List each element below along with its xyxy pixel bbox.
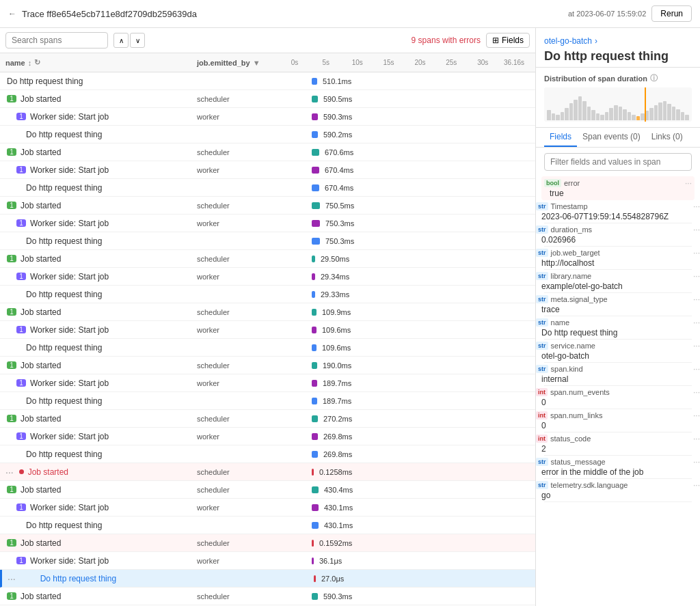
row-emitted-cell: scheduler <box>197 592 279 601</box>
dist-bar <box>609 108 613 120</box>
span-count-badge: 1 <box>16 557 26 564</box>
table-row[interactable]: Do http request thing269.8ms <box>0 445 535 463</box>
field-menu-button[interactable]: ··· <box>693 341 700 350</box>
duration-label: 670.4ms <box>325 166 353 174</box>
search-input[interactable] <box>5 32 108 49</box>
table-row[interactable]: 1Job startedscheduler750.5ms <box>0 197 535 215</box>
table-row[interactable]: 1Worker side: Start jobworker430.1ms <box>0 499 535 517</box>
field-menu-button[interactable]: ··· <box>693 294 700 304</box>
span-bar <box>312 238 320 245</box>
trace-left-panel: ∧ ∨ 9 spans with errors ⊞ Fields name ↕ … <box>0 28 536 606</box>
field-menu-button[interactable]: ··· <box>693 318 700 327</box>
trace-header: ← Trace ff8e654e5cb711e8df2709db259639da… <box>0 0 700 28</box>
table-row[interactable]: ···Job startedscheduler0.1258ms <box>0 463 535 481</box>
dist-bar <box>676 109 680 120</box>
sort-emitted-icon: ▼ <box>253 59 260 67</box>
row-timeline-cell: 29.33ms <box>279 288 530 301</box>
span-bar <box>312 398 317 404</box>
field-group: strTimestamp···2023-06-07T19:59:14.55482… <box>536 202 700 221</box>
table-row[interactable]: 1Job startedscheduler270.2ms <box>0 410 535 428</box>
field-menu-button[interactable]: ··· <box>693 434 700 443</box>
span-bar <box>312 344 317 351</box>
table-row[interactable]: 1Job startedscheduler430.4ms <box>0 481 535 499</box>
table-row[interactable]: Do http request thing590.2ms <box>0 126 535 143</box>
span-count-badge: 1 <box>16 504 26 511</box>
table-row[interactable]: Do http request thing670.4ms <box>0 179 535 197</box>
filter-fields-input[interactable] <box>544 153 692 171</box>
row-timeline-cell: 109.6ms <box>279 341 530 355</box>
row-options-dots[interactable]: ··· <box>5 467 14 478</box>
breadcrumb-link[interactable]: otel-go-batch <box>544 36 592 46</box>
table-row[interactable]: 1Job startedscheduler109.9ms <box>0 303 535 321</box>
table-row[interactable]: Do http request thing109.6ms <box>0 339 535 357</box>
field-menu-button[interactable]: ··· <box>693 457 700 467</box>
row-name-cell: 1Job started <box>5 201 197 210</box>
table-row[interactable]: 1Job startedscheduler590.5ms <box>0 90 535 108</box>
table-row[interactable]: 1Worker side: Start jobworker189.7ms <box>0 374 535 392</box>
field-menu-button[interactable]: ··· <box>693 387 700 397</box>
field-key-row: strservice.name··· <box>536 341 700 350</box>
field-value: go <box>536 491 700 500</box>
span-name-label: Do http request thing <box>40 574 116 583</box>
table-row[interactable]: Do http request thing189.7ms <box>0 392 535 410</box>
field-menu-button[interactable]: ··· <box>685 178 692 188</box>
back-icon: ← <box>8 9 16 18</box>
table-row[interactable]: 1Job startedscheduler0.1592ms <box>0 534 535 552</box>
table-row[interactable]: 1Worker side: Start jobworker36.1μs <box>0 552 535 570</box>
field-divider <box>544 292 692 293</box>
span-name-label: Job started <box>21 592 61 601</box>
dist-bar <box>632 115 636 120</box>
nav-down-button[interactable]: ∨ <box>130 33 145 48</box>
table-row[interactable]: 1Job startedscheduler670.6ms <box>0 143 535 161</box>
fields-button[interactable]: ⊞ Fields <box>486 33 530 48</box>
tab-fields[interactable]: Fields <box>544 128 577 147</box>
tab-span-events-(0)[interactable]: Span events (0) <box>577 128 646 147</box>
nav-up-button[interactable]: ∧ <box>113 33 129 48</box>
table-row[interactable]: Do http request thing750.3ms <box>0 232 535 250</box>
field-menu-button[interactable]: ··· <box>693 480 700 490</box>
duration-label: 270.2ms <box>323 415 352 423</box>
row-timeline-cell: 29.34ms <box>279 270 530 284</box>
errors-link[interactable]: 9 spans with errors <box>412 36 481 45</box>
field-group: intspan.num_events···0 <box>536 387 700 407</box>
field-menu-button[interactable]: ··· <box>693 364 700 374</box>
field-value: internal <box>536 374 700 384</box>
row-timeline-cell: 109.9ms <box>279 305 530 319</box>
span-bar <box>314 575 316 582</box>
tab-links-(0)[interactable]: Links (0) <box>646 128 688 147</box>
table-row[interactable]: 1Job startedscheduler190.0ms <box>0 357 535 374</box>
row-name-cell: Do http request thing <box>5 130 197 139</box>
row-name-cell: Do http request thing <box>5 77 197 86</box>
table-row[interactable]: 1Worker side: Start jobworker590.3ms <box>0 108 535 126</box>
table-row[interactable]: 1Worker side: Start jobworker109.6ms <box>0 321 535 339</box>
table-row[interactable]: 1Worker side: Start jobworker750.3ms <box>0 215 535 232</box>
table-row[interactable]: 1Job startedscheduler29.50ms <box>0 250 535 268</box>
trace-id: Trace ff8e654e5cb711e8df2709db259639da <box>22 9 563 19</box>
field-value: http://localhost <box>536 258 700 268</box>
right-panel: otel-go-batch › Do http request thing Di… <box>536 28 700 606</box>
field-menu-button[interactable]: ··· <box>693 248 700 258</box>
back-button[interactable]: ← <box>8 9 16 18</box>
duration-label: 189.7ms <box>323 379 351 387</box>
row-timeline-cell: 430.1ms <box>279 519 530 532</box>
span-name-label: Job started <box>21 307 61 317</box>
table-row[interactable]: Do http request thing430.1ms <box>0 517 535 534</box>
row-options-dots[interactable]: ··· <box>8 573 16 584</box>
field-value: 2023-06-07T19:59:14.554828796Z <box>536 212 700 221</box>
rerun-button[interactable]: Rerun <box>651 5 692 22</box>
table-row[interactable]: ···Do http request thing27.0μs <box>0 570 535 588</box>
field-menu-button[interactable]: ··· <box>693 271 700 281</box>
span-count-badge: 1 <box>7 486 16 493</box>
table-row[interactable]: Do http request thing29.33ms <box>0 286 535 303</box>
main-container: ∧ ∨ 9 spans with errors ⊞ Fields name ↕ … <box>0 28 700 606</box>
field-menu-button[interactable]: ··· <box>693 202 700 211</box>
row-timeline-cell: 269.8ms <box>279 430 530 443</box>
table-row[interactable]: 1Worker side: Start jobworker29.34ms <box>0 268 535 286</box>
table-row[interactable]: 1Job startedscheduler590.3ms <box>0 588 535 605</box>
table-row[interactable]: 1Worker side: Start jobworker269.8ms <box>0 428 535 445</box>
field-menu-button[interactable]: ··· <box>693 225 700 234</box>
table-row[interactable]: Do http request thing510.1ms <box>0 72 535 90</box>
row-emitted-cell: scheduler <box>197 486 279 494</box>
field-menu-button[interactable]: ··· <box>693 411 700 420</box>
table-row[interactable]: 1Worker side: Start jobworker670.4ms <box>0 161 535 179</box>
